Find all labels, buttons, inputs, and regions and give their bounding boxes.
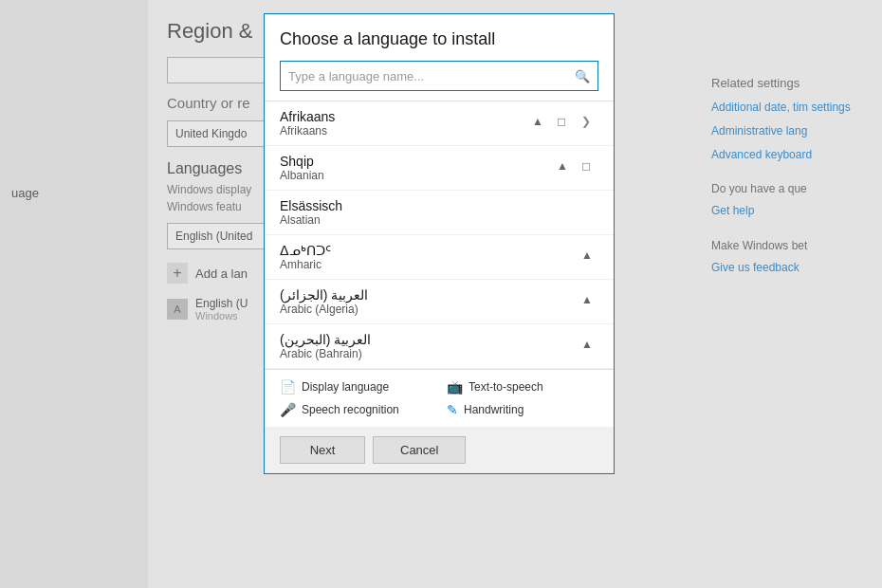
- lang-subtitle: Arabic (Bahrain): [280, 347, 598, 360]
- dialog-search-icon: 🔍: [575, 69, 590, 83]
- scroll-icon: ❯: [581, 115, 598, 132]
- legend-tts-label: Text-to-speech: [469, 380, 543, 394]
- display-language-icon: 📄: [280, 379, 296, 395]
- cancel-button[interactable]: Cancel: [373, 436, 466, 464]
- display-language-capability-icon: ▲: [532, 115, 549, 132]
- lang-capability-icons: ▲◻: [557, 159, 598, 176]
- lang-subtitle: Alsatian: [280, 213, 598, 227]
- lang-name: العربية (البحرين): [280, 332, 598, 347]
- copy-icon: ◻: [557, 115, 574, 132]
- lang-capability-icons: ▲: [581, 338, 598, 355]
- legend-display-label: Display language: [302, 380, 389, 394]
- dialog-title: Choose a language to install: [280, 29, 598, 49]
- dialog-footer: Next Cancel: [265, 427, 614, 473]
- legend-row: 📄 Display language 📺 Text-to-speech 🎤 Sp…: [265, 369, 614, 427]
- language-list-item[interactable]: ElsässischAlsatian: [265, 191, 614, 235]
- lang-name: العربية (الجزائر): [280, 287, 598, 303]
- lang-subtitle: Arabic (Algeria): [280, 303, 598, 316]
- lang-capability-icons: ▲◻❯: [532, 115, 598, 132]
- lang-name: ᐃᓄᒃᑎᑐᑦ: [280, 243, 598, 258]
- lang-subtitle: Amharic: [280, 258, 598, 271]
- speech-recognition-icon: 🎤: [280, 402, 296, 417]
- legend-speech-label: Speech recognition: [302, 403, 399, 416]
- display-language-capability-icon: ▲: [581, 338, 598, 355]
- language-list-item[interactable]: AfrikaansAfrikaans▲◻❯: [265, 101, 614, 146]
- language-list-item[interactable]: ᐃᓄᒃᑎᑐᑦAmharic▲: [265, 235, 614, 280]
- language-list[interactable]: AfrikaansAfrikaans▲◻❯ShqipAlbanian▲◻Elsä…: [265, 101, 614, 369]
- language-list-item[interactable]: ShqipAlbanian▲◻: [265, 146, 614, 191]
- legend-handwriting-label: Handwriting: [464, 403, 524, 416]
- copy-icon: ◻: [581, 159, 598, 176]
- dialog-search-box[interactable]: 🔍: [280, 61, 598, 91]
- tts-icon: 📺: [447, 379, 463, 395]
- language-list-item[interactable]: العربية (البحرين)Arabic (Bahrain)▲: [265, 324, 614, 369]
- language-search-input[interactable]: [288, 69, 571, 83]
- next-button[interactable]: Next: [280, 436, 365, 464]
- language-list-item[interactable]: العربية (الجزائر)Arabic (Algeria)▲: [265, 280, 614, 324]
- dialog-header: Choose a language to install 🔍: [265, 14, 614, 101]
- legend-handwriting: ✎ Handwriting: [447, 402, 598, 417]
- display-language-capability-icon: ▲: [557, 159, 574, 176]
- legend-display: 📄 Display language: [280, 379, 432, 395]
- lang-name: Elsässisch: [280, 198, 598, 213]
- lang-subtitle: Albanian: [280, 169, 598, 182]
- handwriting-icon: ✎: [447, 402, 458, 417]
- display-language-capability-icon: ▲: [581, 248, 598, 266]
- lang-capability-icons: ▲: [581, 248, 598, 266]
- lang-name: Shqip: [280, 154, 598, 169]
- legend-tts: 📺 Text-to-speech: [447, 379, 598, 395]
- display-language-capability-icon: ▲: [581, 293, 598, 310]
- language-install-dialog: Choose a language to install 🔍 Afrikaans…: [264, 13, 615, 474]
- legend-speech: 🎤 Speech recognition: [280, 402, 432, 417]
- lang-capability-icons: ▲: [581, 293, 598, 310]
